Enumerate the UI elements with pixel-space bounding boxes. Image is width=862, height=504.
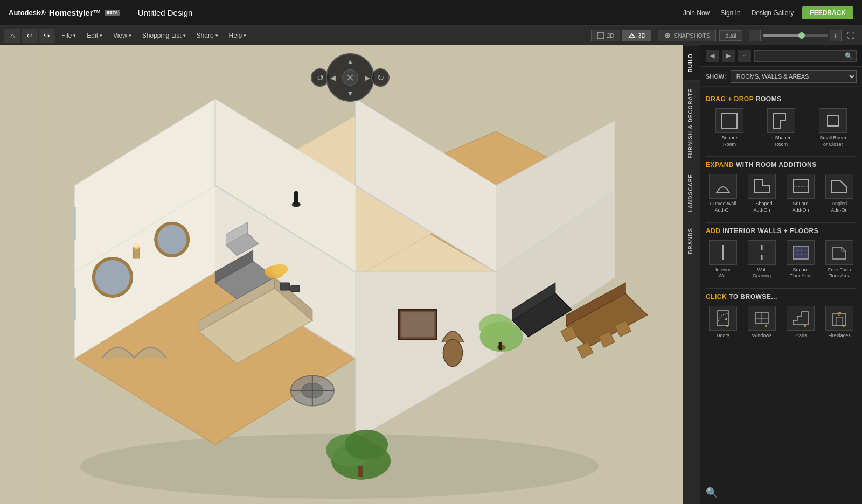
zoom-out-button[interactable]: − [749,30,761,41]
rooms-grid: SquareRoom L-ShapedRoom [706,108,857,148]
section-normal-rooms: ROOMS [756,95,782,103]
zoom-bar: − + ⛶ [749,30,858,41]
pan-up-button[interactable]: ▲ [347,58,354,66]
view-3d-button[interactable]: 3D [622,30,651,41]
panel-magnifier[interactable]: 🔍 [706,487,718,499]
pan-down-button[interactable]: ▼ [347,89,354,97]
svg-rect-71 [828,115,838,126]
help-menu[interactable]: Help▾ [224,30,252,41]
panel-back-button[interactable]: ◀ [706,50,719,62]
freeform-floor-icon [825,240,853,265]
svg-point-93 [843,325,845,327]
section-drag-drop-rooms: DRAG + DROP ROOMS [706,95,857,103]
fireplaces-label: Fireplaces [828,333,851,339]
curved-wall-item[interactable]: Curved WallAdd-On [706,174,740,213]
small-room-item[interactable]: Small Roomor Closet [809,108,857,148]
pan-right-button[interactable]: ▶ [365,74,370,82]
wall-opening-item[interactable]: WallOpening [745,240,779,279]
zoom-slider[interactable] [763,34,828,37]
tab-build[interactable]: BUILD [683,45,700,80]
doors-item[interactable]: Doors [706,306,740,339]
fullscreen-button[interactable]: ⛶ [844,30,858,41]
dual-button[interactable]: dual [719,30,742,41]
angled-addon-item[interactable]: AngledAdd-On [822,174,857,213]
snapshots-button[interactable]: SNAPSHOTS [658,30,716,41]
panel-search-input[interactable] [758,53,845,59]
angled-addon-icon [825,174,853,199]
show-label: SHOW: [706,73,726,80]
section-highlight-drag-drop: DRAG + DROP [706,95,754,103]
interior-wall-item[interactable]: InteriorWall [706,240,740,279]
section-browse: CLICK TO BROWSE... [706,293,857,300]
freeform-floor-item[interactable]: Free-FormFloor Area [822,240,857,279]
panel-home-button[interactable]: ⌂ [738,50,751,62]
3d-scene[interactable]: ↺ ▲ ▼ ◀ ▶ ↻ [0,45,700,504]
section-normal-browse: TO BROWSE... [729,293,777,300]
square-room-item[interactable]: SquareRoom [706,108,753,148]
svg-rect-70 [722,113,737,128]
svg-rect-73 [793,180,808,193]
side-panel: BUILD FURNISH & DECORATE LANDSCAPE BRAND… [700,45,862,504]
tab-landscape[interactable]: LANDSCAPE [683,166,700,220]
svg-point-58 [479,314,513,338]
browse-grid: Doors Windows [706,306,857,339]
feedback-button[interactable]: FEEDBACK [802,6,853,19]
panel-forward-button[interactable]: ▶ [722,50,735,62]
svg-rect-25 [74,207,76,240]
fireplaces-item[interactable]: Fireplaces [822,306,857,339]
share-menu[interactable]: Share▾ [191,30,224,41]
square-addon-item[interactable]: SquareAdd-On [783,174,818,213]
windows-item[interactable]: Windows [745,306,779,339]
section-add-walls: ADD INTERIOR WALLS + FLOORS [706,227,857,235]
curved-wall-label: Curved WallAdd-On [710,201,736,213]
square-floor-label: SquareFloor Area [789,267,812,279]
wall-opening-label: WallOpening [753,267,771,279]
show-row: SHOW: ROOMS, WALLS & AREAS [700,67,862,87]
redo-button[interactable]: ↪ [39,29,55,43]
section-normal-additions: WITH ROOM ADDITIONS [736,161,817,169]
file-menu[interactable]: File▾ [56,30,81,41]
interior-wall-label: InteriorWall [715,267,731,279]
section-highlight-expand: EXPAND [706,161,734,169]
view-toggle: 2D 3D [591,30,651,41]
canvas-area[interactable]: ↺ ▲ ▼ ◀ ▶ ↻ [0,45,700,504]
svg-point-87 [726,325,728,327]
square-addon-label: SquareAdd-On [792,201,809,213]
tab-brands[interactable]: BRANDS [683,220,700,262]
l-shaped-room-item[interactable]: L-ShapedRoom [757,108,805,148]
stairs-item[interactable]: Stairs [783,306,818,339]
edit-menu[interactable]: Edit▾ [81,30,108,41]
rotate-right-button[interactable]: ↻ [371,68,390,87]
zoom-in-button[interactable]: + [830,30,842,41]
svg-rect-61 [280,283,290,290]
home-menu-button[interactable]: ⌂ [4,29,20,43]
design-gallery-link[interactable]: Design Gallery [752,9,794,17]
nav-ring: ▲ ▼ ◀ ▶ [326,53,374,102]
join-now-link[interactable]: Join Now [683,9,710,17]
l-shaped-addon-label: L-ShapedAdd-On [751,201,772,213]
view-2d-button[interactable]: 2D [591,30,620,41]
svg-rect-0 [597,32,604,39]
doors-icon [709,306,737,331]
l-shaped-addon-item[interactable]: L-ShapedAdd-On [745,174,779,213]
shopping-list-menu[interactable]: Shopping List▾ [137,30,191,41]
view-menu[interactable]: View▾ [108,30,137,41]
tab-furnish[interactable]: FURNISH & DECORATE [683,80,700,166]
svg-rect-26 [74,288,76,320]
square-floor-item[interactable]: SquareFloor Area [783,240,818,279]
svg-rect-67 [133,248,140,258]
svg-point-2 [666,34,669,37]
show-select[interactable]: ROOMS, WALLS & AREAS [731,70,857,83]
svg-rect-30 [401,312,434,337]
divider-3 [706,288,857,289]
undo-button[interactable]: ↩ [22,29,38,43]
walls-floors-grid: InteriorWall WallOpening [706,240,857,279]
floorplan-svg [0,45,700,504]
sign-in-link[interactable]: Sign In [720,9,740,17]
section-expand: EXPAND WITH ROOM ADDITIONS [706,161,857,169]
nav-center-button[interactable] [342,69,358,86]
svg-point-27 [94,258,131,296]
pan-left-button[interactable]: ◀ [330,74,336,82]
svg-point-28 [156,223,188,256]
search-icon[interactable]: 🔍 [845,52,853,60]
